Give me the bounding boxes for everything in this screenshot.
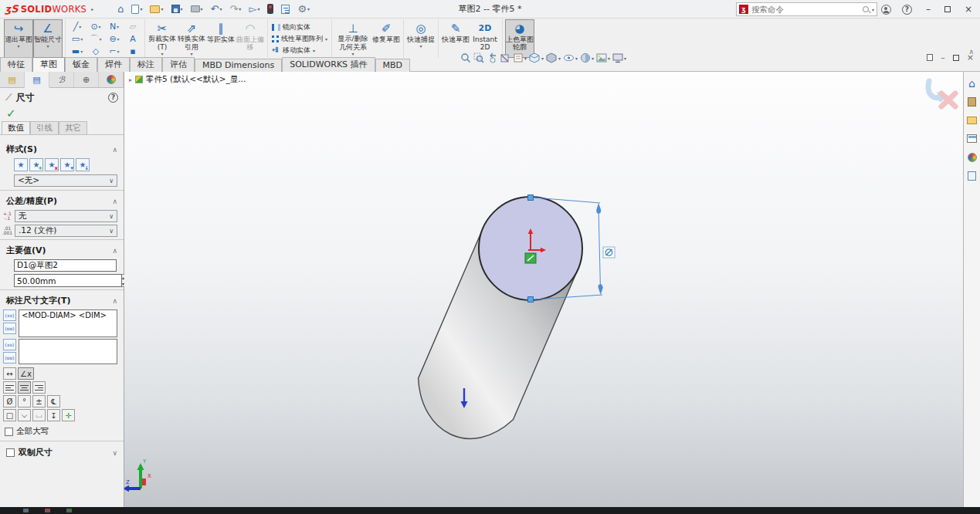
hide-show-items-button[interactable]: ▾: [563, 52, 578, 63]
apply-default-style-button[interactable]: ★: [14, 158, 28, 171]
view-palette-tab[interactable]: [966, 133, 978, 144]
delete-style-button[interactable]: ★x: [45, 158, 59, 171]
quick-snaps-button[interactable]: ◎ 快速捕捉 ▾: [406, 19, 436, 58]
counterbore-symbol-button[interactable]: ⌴: [32, 409, 46, 421]
rebuild-button[interactable]: [265, 3, 276, 15]
line-tool-button[interactable]: ╱▾: [68, 20, 86, 32]
tab-features[interactable]: 特征: [0, 57, 32, 72]
align-center-button[interactable]: [18, 381, 31, 394]
zoom-to-area-button[interactable]: [473, 52, 484, 63]
annotation-views-button[interactable]: ▾: [513, 52, 527, 63]
display-manager-tab[interactable]: [99, 72, 124, 87]
options-button[interactable]: ⚙▾: [295, 3, 312, 15]
polygon-tool-button[interactable]: ◇: [86, 45, 105, 57]
align-left-button[interactable]: [3, 381, 16, 394]
diameter-symbol-button[interactable]: Ø: [3, 395, 16, 407]
dimension-text-area[interactable]: <MOD-DIAM> <DIM>: [19, 309, 117, 337]
previous-view-button[interactable]: [487, 52, 497, 63]
property-manager-tab[interactable]: ▤: [25, 72, 49, 88]
tab-solidworks-addins[interactable]: SOLIDWORKS 插件: [282, 57, 375, 72]
depth-symbol-button[interactable]: ↧: [47, 409, 60, 421]
configuration-manager-tab[interactable]: ℬ: [49, 72, 74, 87]
custom-properties-tab[interactable]: [966, 170, 978, 181]
tab-mbd-dimensions[interactable]: MBD Dimensions: [195, 59, 282, 72]
doc-close-button[interactable]: ×: [967, 52, 974, 63]
offset-entities-button[interactable]: ∥ 等距实体: [206, 19, 236, 58]
open-document-button[interactable]: ▾: [148, 5, 165, 14]
file-properties-button[interactable]: [279, 4, 292, 15]
degree-symbol-button[interactable]: °: [18, 395, 31, 407]
square-symbol-button[interactable]: □: [3, 409, 16, 421]
command-search[interactable]: ʒ ▾: [736, 2, 877, 16]
primary-value-section-header[interactable]: 主要值(V) ∧: [0, 242, 124, 258]
dimension-value-field[interactable]: [14, 274, 122, 287]
tab-weldments[interactable]: 焊件: [97, 57, 130, 72]
dimension-handle-top[interactable]: [528, 195, 534, 201]
plus-minus-symbol-button[interactable]: ±: [32, 395, 46, 407]
hole-callout-button[interactable]: ℄: [47, 395, 60, 407]
display-style-button[interactable]: ▾: [546, 52, 561, 63]
linear-pattern-button[interactable]: 线性草图阵列 ▾: [270, 34, 329, 44]
justify-horizontal-button[interactable]: ↔: [3, 367, 16, 380]
precision-dropdown[interactable]: .12 (文件) ∨: [15, 225, 117, 237]
dim-text-position-icon-2[interactable]: (oo): [3, 323, 16, 334]
print-button[interactable]: ▾: [188, 5, 205, 13]
tab-annotations[interactable]: 标注: [130, 57, 162, 72]
breadcrumb-expand-arrow[interactable]: ▸: [129, 76, 132, 83]
save-button[interactable]: ▾: [169, 4, 185, 14]
display-delete-relations-button[interactable]: ⊥ 显示/删除几何关系 ▾: [334, 19, 371, 58]
save-style-button[interactable]: ★▾: [60, 158, 74, 171]
view-orientation-button[interactable]: ▾: [529, 52, 544, 63]
text-tool-button[interactable]: A: [124, 32, 142, 45]
add-style-button[interactable]: ★+: [29, 158, 43, 171]
close-button[interactable]: ×: [961, 4, 975, 15]
home-button[interactable]: ⌂: [115, 3, 126, 15]
more-symbols-button[interactable]: ✛: [62, 409, 75, 421]
subtab-value[interactable]: 数值: [2, 121, 30, 134]
appearances-scenes-tab[interactable]: [966, 151, 978, 163]
convert-entities-button[interactable]: ⇗ 转换实体引用 ▾: [177, 19, 206, 58]
relation-marker-icon[interactable]: [525, 253, 536, 263]
solidworks-resources-tab[interactable]: ⌂: [966, 77, 978, 89]
edit-appearance-button[interactable]: ▾: [580, 52, 594, 63]
tab-mbd[interactable]: MBD: [375, 59, 411, 72]
search-dropdown-caret[interactable]: ▾: [872, 7, 874, 12]
dim-text-position-icon-4[interactable]: (oo): [3, 352, 16, 364]
redo-button[interactable]: ↷▾: [227, 3, 243, 15]
move-entities-button[interactable]: ↔↕ 移动实体 ▾: [270, 46, 329, 56]
dimension-name-field[interactable]: [14, 259, 117, 272]
dim-text-position-icon-1[interactable]: (xx): [3, 309, 16, 321]
subtab-other[interactable]: 其它: [59, 121, 87, 134]
point-tool-button[interactable]: ▪: [124, 45, 142, 57]
restore-button[interactable]: [944, 6, 951, 12]
section-view-button[interactable]: [500, 52, 510, 63]
style-section-header[interactable]: 样式(S) ∧: [0, 141, 124, 157]
ok-checkmark-button[interactable]: ✓: [0, 107, 124, 122]
mirror-entities-button[interactable]: 镜向实体: [270, 22, 329, 32]
apply-scene-button[interactable]: ▾: [596, 52, 610, 63]
dimension-text-area-secondary[interactable]: [19, 339, 117, 364]
rectangle-tool-button[interactable]: ▭▾: [68, 32, 86, 45]
tolerance-section-header[interactable]: 公差/精度(P) ∧: [0, 193, 124, 208]
tolerance-type-dropdown[interactable]: 无 ∨: [15, 210, 117, 222]
dimxpert-manager-tab[interactable]: ⊕: [74, 72, 99, 87]
trim-entities-button[interactable]: ✂ 剪裁实体(T) ▾: [148, 19, 177, 58]
exit-sketch-button[interactable]: ↪ 退出草图 ▾: [4, 19, 33, 58]
load-style-button[interactable]: ★↓: [76, 158, 90, 171]
countersink-symbol-button[interactable]: ⌵: [18, 409, 31, 421]
dual-dimension-checkbox[interactable]: [6, 448, 15, 457]
search-input[interactable]: [751, 5, 860, 14]
align-right-button[interactable]: [32, 381, 46, 394]
doc-restore-button[interactable]: [953, 55, 959, 61]
circle-tool-button[interactable]: ⊙▾: [86, 20, 105, 32]
slot-tool-button[interactable]: ▬▾: [68, 45, 86, 57]
spline-tool-button[interactable]: N▾: [105, 20, 124, 32]
panel-help-icon[interactable]: ?: [108, 93, 118, 103]
minimize-button[interactable]: –: [923, 4, 934, 15]
plane-tool-button[interactable]: ▱: [124, 20, 142, 32]
zoom-to-fit-button[interactable]: [460, 52, 471, 63]
view-settings-button[interactable]: ▾: [612, 52, 626, 63]
logo-flyout-arrow[interactable]: ▸: [91, 6, 93, 12]
justify-angle-button[interactable]: ∠x: [18, 367, 34, 380]
ellipse-tool-button[interactable]: ⊖▾: [105, 32, 124, 45]
